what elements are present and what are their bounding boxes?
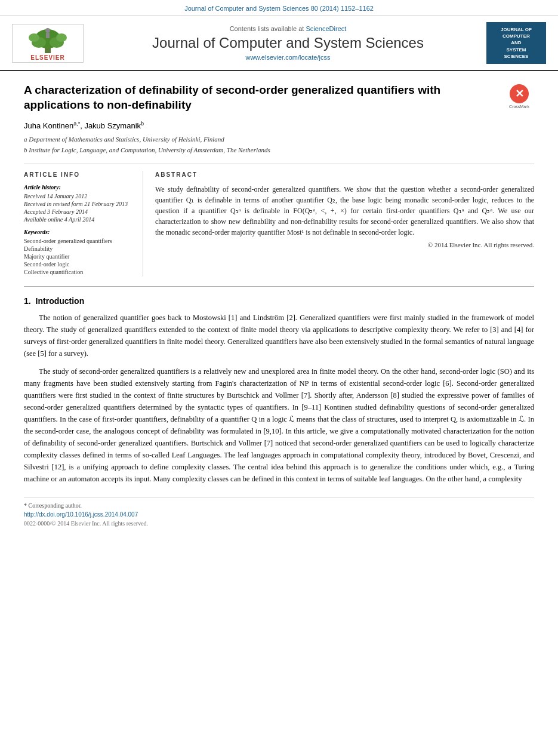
abstract-panel: ABSTRACT We study definability of second… — [155, 171, 534, 276]
received-date-2: Received in revised form 21 February 201… — [24, 201, 133, 207]
elsevier-tree-svg — [21, 26, 75, 54]
journal-center-info: Contents lists available at ScienceDirec… — [90, 25, 486, 61]
keywords-section: Keywords: Second-order generalized quant… — [24, 229, 133, 275]
abstract-body: We study definability of second-order ge… — [155, 184, 534, 238]
abstract-heading: ABSTRACT — [155, 171, 534, 178]
article-info-abstract: ARTICLE INFO Article history: Received 1… — [24, 164, 534, 276]
svg-point-4 — [29, 33, 39, 42]
sciencedirect-link[interactable]: ScienceDirect — [306, 25, 346, 32]
main-content: A characterization of definability of se… — [0, 71, 558, 539]
keyword-1: Second-order generalized quantifiers — [24, 238, 133, 244]
intro-paragraph-2: The study of second-order generalized qu… — [24, 365, 534, 485]
keywords-label: Keywords: — [24, 229, 133, 235]
journal-reference-link[interactable]: Journal of Computer and System Sciences … — [184, 5, 374, 12]
introduction-section: 1. Introduction The notion of generalize… — [24, 286, 534, 485]
journal-title: Journal of Computer and System Sciences — [95, 35, 480, 51]
crossmark-label: CrossMark — [509, 105, 529, 109]
article-history-label: Article history: — [24, 184, 133, 190]
corresponding-note: * Corresponding author. — [24, 502, 534, 509]
received-date-1: Received 14 January 2012 — [24, 193, 133, 199]
affiliations: a Department of Mathematics and Statisti… — [24, 134, 534, 155]
copyright-notice: © 2014 Elsevier Inc. All rights reserved… — [155, 241, 534, 248]
article-title-area: A characterization of definability of se… — [24, 83, 534, 112]
author-jakub: Jakub Szymanik — [84, 122, 141, 131]
article-title: A characterization of definability of se… — [24, 83, 534, 112]
contents-available-line: Contents lists available at ScienceDirec… — [95, 25, 480, 32]
affiliation-b: b Institute for Logic, Language, and Com… — [24, 145, 534, 155]
keyword-5: Collective quantification — [24, 269, 133, 275]
introduction-body: The notion of generalized quantifier goe… — [24, 312, 534, 485]
author-b-sup: b — [141, 121, 144, 127]
affiliation-a: a Department of Mathematics and Statisti… — [24, 134, 534, 145]
article-info-panel: ARTICLE INFO Article history: Received 1… — [24, 171, 143, 276]
svg-rect-7 — [46, 33, 50, 38]
doi-link[interactable]: http://dx.doi.org/10.1016/j.jcss.2014.04… — [24, 511, 138, 518]
authors-line: Juha Kontinena,*, Jakub Szymanikb — [24, 121, 534, 130]
journal-header: ELSEVIER Contents lists available at Sci… — [0, 16, 558, 71]
elsevier-brand-text: ELSEVIER — [30, 54, 64, 61]
keyword-2: Definability — [24, 245, 133, 252]
introduction-title: 1. Introduction — [24, 296, 534, 306]
accepted-date: Accepted 3 February 2014 — [24, 208, 133, 215]
abstract-paragraph: We study definability of second-order ge… — [155, 184, 534, 238]
footer-copyright: 0022-0000/© 2014 Elsevier Inc. All right… — [24, 520, 534, 527]
elsevier-logo-area: ELSEVIER — [12, 24, 90, 63]
journal-url: www.elsevier.com/locate/jcss — [95, 54, 480, 61]
journal-logo-box: JOURNAL OFCOMPUTERANDSYSTEMSCIENCES — [486, 22, 546, 64]
author-juha: Juha Kontinen — [24, 122, 73, 131]
svg-point-5 — [56, 33, 67, 42]
article-info-heading: ARTICLE INFO — [24, 171, 133, 178]
page-footer: * Corresponding author. http://dx.doi.or… — [24, 497, 534, 527]
available-date: Available online 4 April 2014 — [24, 216, 133, 223]
journal-website-link[interactable]: www.elsevier.com/locate/jcss — [246, 54, 331, 61]
author-a-sup: a,* — [73, 121, 80, 127]
crossmark-icon: ✕ — [510, 84, 529, 103]
crossmark-badge: ✕ CrossMark — [504, 83, 534, 110]
top-bar: Journal of Computer and System Sciences … — [0, 0, 558, 16]
svg-point-6 — [45, 28, 50, 33]
keyword-3: Majority quantifier — [24, 253, 133, 260]
intro-paragraph-1: The notion of generalized quantifier goe… — [24, 312, 534, 359]
elsevier-box: ELSEVIER — [12, 24, 84, 63]
keyword-4: Second-order logic — [24, 261, 133, 268]
